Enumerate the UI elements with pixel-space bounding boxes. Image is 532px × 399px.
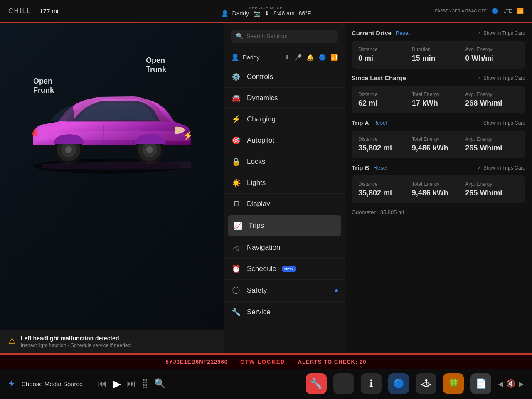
search-container: 🔍 Search Settings	[224, 23, 345, 48]
odometer-label: Odometer :	[352, 209, 379, 215]
gtw-status: GTW LOCKED	[240, 359, 286, 365]
signal-bars-icon: 📶	[331, 54, 338, 61]
nav-item-autopilot[interactable]: 🎯 Autopilot	[224, 130, 345, 151]
trip-a-stats: Distance 35,802 mi Total Energy 9,486 kW…	[358, 136, 519, 153]
search-media-button[interactable]: 🔍	[154, 378, 165, 389]
nav-item-navigation[interactable]: ◁ Navigation	[224, 237, 345, 259]
since-last-charge-stats: Distance 62 mi Total Energy 17 kWh Avg. …	[358, 91, 519, 108]
current-drive-reset[interactable]: Reset	[396, 30, 410, 36]
lte-icon: LTE	[503, 8, 512, 14]
dock-app-maps[interactable]: 🍀	[443, 373, 464, 394]
current-distance-label: Distance	[358, 47, 412, 52]
charge-distance-value: 62 mi	[358, 99, 412, 108]
volume-controls: ◀ 🔇 ▶	[498, 379, 524, 388]
trip-b-total-energy-label: Total Energy	[412, 181, 466, 187]
dock-app-menu[interactable]: ···	[333, 373, 354, 394]
download-action-icon[interactable]: ⬇	[285, 54, 290, 61]
dock-app-info[interactable]: ℹ	[361, 373, 382, 394]
nav-label-locks: Locks	[247, 158, 265, 166]
nav-label-safety: Safety	[247, 286, 267, 295]
nav-label-service: Service	[247, 308, 271, 316]
nav-item-lights[interactable]: ☀️ Lights	[224, 172, 345, 194]
current-avg-energy-label: Avg. Energy	[465, 47, 519, 52]
charge-avg-energy-label: Avg. Energy	[465, 91, 519, 97]
trip-a-reset[interactable]: Reset	[373, 120, 387, 126]
lights-icon: ☀️	[231, 178, 241, 187]
nav-item-trips[interactable]: 📈 Trips	[228, 215, 341, 236]
autopilot-icon: 🎯	[231, 136, 241, 145]
play-button[interactable]: ▶	[113, 377, 121, 390]
search-input-wrapper[interactable]: 🔍 Search Settings	[231, 30, 338, 43]
trip-b-reset[interactable]: Reset	[374, 165, 388, 171]
charge-distance-label: Distance	[358, 91, 412, 97]
trip-b-card: Distance 35,802 mi Total Energy 9,486 kW…	[352, 175, 525, 203]
status-bar-left: CHILL 177 mi	[8, 7, 58, 15]
trip-a-show-trips: Show in Trips Card	[483, 120, 525, 126]
dock-app-joystick[interactable]: 🕹	[416, 373, 436, 394]
nav-label-lights: Lights	[247, 179, 266, 187]
current-distance: Distance 0 mi	[358, 47, 412, 63]
trip-b-distance: Distance 35,802 mi	[358, 181, 412, 197]
charge-avg-energy-value: 268 Wh/mi	[465, 99, 519, 108]
trip-a-distance-label: Distance	[358, 136, 412, 142]
volume-right-arrow[interactable]: ▶	[519, 380, 524, 388]
settings-nav-list: ⚙️ Controls 🚘 Dynamics ⚡ Charging 🎯 Auto…	[224, 66, 345, 323]
since-last-charge-show-trips: ✓ Show in Trips Card	[477, 75, 525, 81]
nav-label-dynamics: Dynamics	[247, 94, 278, 102]
nav-item-display[interactable]: 🖥 Display	[224, 194, 345, 214]
trip-a-avg-energy: Avg. Energy 265 Wh/mi	[465, 136, 519, 153]
nav-item-schedule[interactable]: ⏰ Schedule NEW	[224, 259, 345, 280]
nav-label-schedule: Schedule	[247, 265, 276, 273]
app-dock: 🔧 ··· ℹ 🔵 🕹 🍀 📄 ◀ 🔇 ▶	[298, 368, 532, 399]
nav-label-autopilot: Autopilot	[247, 136, 274, 145]
bluetooth-status-icon[interactable]: 🔵	[319, 54, 326, 61]
camera-icon: 📷	[253, 10, 260, 17]
choose-media-label[interactable]: Choose Media Source	[21, 380, 83, 387]
since-last-charge-card: Distance 62 mi Total Energy 17 kWh Avg. …	[352, 86, 525, 113]
nav-item-safety[interactable]: ⓘ Safety	[224, 280, 345, 302]
dock-app-wrench[interactable]: 🔧	[306, 373, 327, 394]
skip-back-button[interactable]: ⏮	[98, 378, 107, 389]
nav-item-service[interactable]: 🔧 Service	[224, 302, 345, 323]
status-bar-right: PASSENGER AIRBAG OFF 🔵 LTE 📶	[435, 8, 524, 14]
trip-a-total-energy-label: Total Energy	[412, 136, 466, 142]
trip-a-avg-energy-label: Avg. Energy	[465, 136, 519, 142]
trip-b-distance-value: 35,802 mi	[358, 189, 412, 197]
player-controls: ⏮ ▶ ⏭ ⣿ 🔍	[98, 377, 165, 390]
nav-item-locks[interactable]: 🔒 Locks	[224, 151, 345, 172]
open-trunk-button[interactable]: Open Trunk	[146, 56, 166, 74]
nav-item-controls[interactable]: ⚙️ Controls	[224, 66, 345, 88]
dynamics-icon: 🚘	[231, 94, 241, 103]
trip-b-avg-energy: Avg. Energy 265 Wh/mi	[465, 181, 519, 197]
current-duration: Duration 15 min	[412, 47, 466, 63]
nav-item-charging[interactable]: ⚡ Charging	[224, 109, 345, 130]
passenger-airbag-status: PASSENGER AIRBAG OFF	[435, 9, 487, 13]
time-display: 8:46 am	[273, 10, 295, 17]
volume-left-arrow[interactable]: ◀	[498, 380, 503, 388]
notification-icon[interactable]: 🔔	[307, 54, 314, 61]
dock-app-bluetooth[interactable]: 🔵	[388, 373, 409, 394]
trip-b-show-trips: ✓ Show in Trips Card	[477, 165, 525, 171]
trips-icon: 📈	[233, 221, 243, 230]
current-drive-show-trips: ✓ Show in Trips Card	[477, 30, 525, 36]
odometer-row: Odometer : 35,805 mi	[352, 209, 525, 215]
profile-row[interactable]: 👤 Daddy ⬇ 🎤 🔔 🔵 📶	[224, 48, 345, 66]
nav-item-dynamics[interactable]: 🚘 Dynamics	[224, 88, 345, 109]
safety-icon: ⓘ	[231, 286, 241, 296]
skip-forward-button[interactable]: ⏭	[127, 378, 136, 389]
download-icon: ⬇	[264, 10, 269, 17]
svg-text:⚡: ⚡	[183, 131, 193, 140]
trip-a-header: Trip A Reset Show in Trips Card	[352, 119, 525, 126]
current-drive-card: Distance 0 mi Duration 15 min Avg. Energ…	[352, 41, 525, 69]
trip-a-total-energy-value: 9,486 kWh	[412, 144, 466, 153]
trip-a-avg-energy-value: 265 Wh/mi	[465, 144, 519, 153]
warning-content: Left headlight malfunction detected Insp…	[21, 335, 131, 348]
mute-icon[interactable]: 🔇	[506, 379, 515, 388]
trip-b-header: Trip B Reset ✓ Show in Trips Card	[352, 164, 525, 171]
microphone-icon[interactable]: 🎤	[295, 54, 302, 61]
navigation-icon: ◁	[231, 243, 241, 252]
trip-a-distance-value: 35,802 mi	[358, 144, 412, 153]
schedule-icon: ⏰	[231, 264, 241, 273]
equalizer-button[interactable]: ⣿	[142, 378, 148, 389]
dock-app-file[interactable]: 📄	[470, 373, 491, 394]
